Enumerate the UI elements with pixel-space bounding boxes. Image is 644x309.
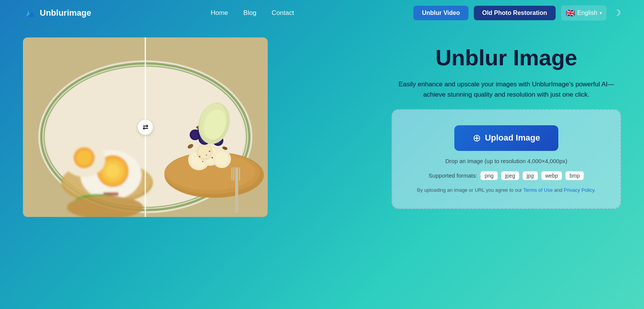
formats-row: Supported formats: png jpeg jpg webp bmp xyxy=(429,171,584,180)
svg-rect-56 xyxy=(235,167,236,181)
svg-point-48 xyxy=(202,161,203,162)
format-bmp: bmp xyxy=(565,171,584,180)
terms-of-use-link[interactable]: Terms of Use xyxy=(524,187,553,193)
logo-icon xyxy=(23,6,37,20)
svg-rect-57 xyxy=(237,167,238,181)
chevron-down-icon: ▾ xyxy=(600,10,602,16)
nav-buttons: Unblur Video Old Photo Restoration 🇬🇧 En… xyxy=(413,5,621,21)
svg-point-46 xyxy=(206,155,207,156)
unblur-video-button[interactable]: Unblur Video xyxy=(413,6,468,20)
language-selector[interactable]: 🇬🇧 English ▾ xyxy=(561,5,607,21)
svg-point-19 xyxy=(76,150,92,165)
svg-point-49 xyxy=(209,150,210,152)
svg-point-28 xyxy=(215,152,229,166)
upload-button-label: Upload Image xyxy=(485,133,540,143)
nav-home[interactable]: Home xyxy=(211,9,228,17)
format-webp: webp xyxy=(541,171,562,180)
lang-label: English xyxy=(577,10,597,16)
logo[interactable]: Unblurimage xyxy=(23,6,91,20)
theme-toggle-icon[interactable]: ☽ xyxy=(613,8,621,18)
format-png: png xyxy=(480,171,498,180)
nav-contact[interactable]: Contact xyxy=(272,9,294,17)
svg-point-45 xyxy=(199,156,200,157)
upload-card: ⊕ Upload Image Drop an image (up to reso… xyxy=(392,109,621,209)
svg-point-47 xyxy=(211,157,213,159)
format-jpeg: jpeg xyxy=(501,171,519,180)
plus-icon: ⊕ xyxy=(473,132,481,144)
svg-rect-54 xyxy=(231,167,233,181)
upload-image-button[interactable]: ⊕ Upload Image xyxy=(454,125,558,151)
hero-title: Unblur Image xyxy=(392,45,621,70)
nav-blog[interactable]: Blog xyxy=(243,9,256,17)
logo-text: Unblurimage xyxy=(40,8,91,18)
main-content: ⇄ Unblur Image Easily enhance and upscal… xyxy=(0,26,644,232)
format-jpg: jpg xyxy=(522,171,538,180)
drop-text: Drop an image (up to resolution 4,000×4,… xyxy=(446,158,568,164)
svg-rect-55 xyxy=(233,167,234,181)
header: Unblurimage Home Blog Contact Unblur Vid… xyxy=(0,0,644,26)
swap-button[interactable]: ⇄ xyxy=(138,120,153,135)
hero-subtitle: Easily enhance and upscale your images w… xyxy=(392,79,621,100)
svg-point-11 xyxy=(106,164,120,178)
svg-rect-58 xyxy=(239,167,240,181)
image-comparison: ⇄ xyxy=(23,37,268,217)
main-nav: Home Blog Contact xyxy=(211,9,294,17)
tos-text: By uploading an image or URL you agree t… xyxy=(417,187,595,193)
old-photo-restoration-button[interactable]: Old Photo Restoration xyxy=(474,6,556,20)
flag-icon: 🇬🇧 xyxy=(566,8,575,18)
privacy-policy-link[interactable]: Privacy Policy xyxy=(564,187,594,193)
formats-label: Supported formats: xyxy=(429,172,478,179)
right-panel: Unblur Image Easily enhance and upscale … xyxy=(392,45,621,209)
